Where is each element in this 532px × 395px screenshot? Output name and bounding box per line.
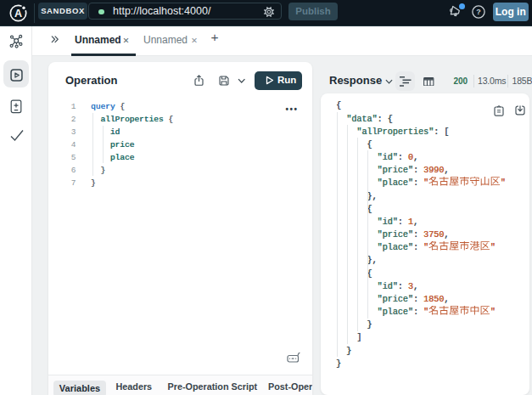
svg-text:A: A (14, 8, 22, 20)
svg-text:?: ? (476, 8, 481, 16)
